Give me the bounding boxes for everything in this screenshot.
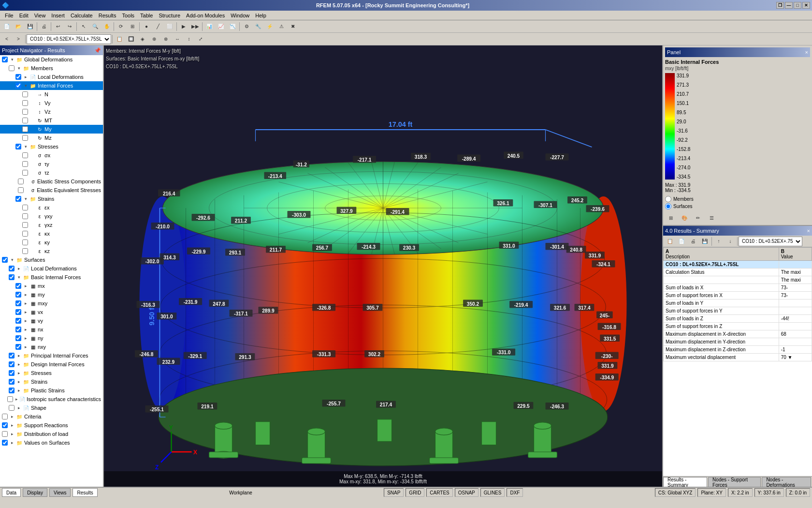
open-btn[interactable]: 📂: [13, 21, 24, 32]
check-support reactions[interactable]: [2, 422, 8, 428]
result-row-5[interactable]: Sum of loads in Y: [664, 299, 812, 307]
tb-a[interactable]: 📋: [114, 34, 125, 45]
tree-item-stresses[interactable]: ▸📁Stresses: [0, 369, 103, 377]
tree-item-basic-internal-forces[interactable]: ▾📁Basic Internal Forces: [0, 273, 103, 282]
check-ny[interactable]: [15, 335, 21, 341]
check-vx[interactable]: [15, 309, 21, 315]
results-close[interactable]: ×: [807, 228, 810, 234]
menu-results[interactable]: Results: [96, 12, 119, 19]
tree-item-nxy[interactable]: ▸▦nxy: [0, 343, 103, 351]
tb-b[interactable]: 🔲: [126, 34, 136, 45]
result3-btn[interactable]: 📉: [227, 21, 238, 32]
result-tab-nodes---support-forces[interactable]: Nodes - Support Forces: [708, 477, 761, 487]
radio-members-input[interactable]: [665, 196, 671, 202]
undo-btn[interactable]: ↩: [53, 21, 63, 32]
check-elastic equivalent stresses[interactable]: [18, 187, 24, 193]
calc-btn[interactable]: ▶: [178, 21, 189, 32]
tab-results[interactable]: Results: [72, 488, 97, 497]
tree-item-κy[interactable]: εκy: [0, 238, 103, 247]
check-mz[interactable]: [22, 135, 28, 141]
tree-item-vx[interactable]: ▸▦vx: [0, 308, 103, 316]
tree-item-support-reactions[interactable]: ▸📁Support Reactions: [0, 421, 103, 430]
check-global deformations[interactable]: [2, 57, 8, 62]
tree-item-ny[interactable]: ▸▦ny: [0, 334, 103, 343]
check-strains[interactable]: [15, 196, 21, 202]
check-κz[interactable]: [22, 248, 28, 254]
menu-view[interactable]: View: [31, 12, 49, 19]
check-surfaces[interactable]: [2, 257, 8, 263]
result-tab-results---summary[interactable]: Results - Summary: [663, 477, 707, 487]
result-tab-nodes---deformations[interactable]: Nodes - Deformations: [762, 477, 811, 487]
result-row-0[interactable]: CO10 : DL+0.52EX+.75LL+.75SL: [664, 261, 812, 269]
menu-help[interactable]: Help: [252, 12, 269, 19]
t5[interactable]: ✖: [288, 21, 298, 32]
tree-item-surfaces[interactable]: ▾📁Surfaces: [0, 255, 103, 264]
check-elastic stress components[interactable]: [18, 179, 24, 184]
tb-g[interactable]: ↕: [184, 34, 194, 45]
t3[interactable]: ⚡: [264, 21, 275, 32]
menu-table[interactable]: Table: [137, 12, 156, 19]
zoom-btn[interactable]: 🔍: [90, 21, 101, 32]
calc2-btn[interactable]: ▶▶: [190, 21, 201, 32]
result-row-8[interactable]: Sum of support forces in Z: [664, 323, 812, 330]
tree-item-shape[interactable]: ▸📄Shape: [0, 403, 103, 412]
tab-views[interactable]: Views: [49, 488, 71, 497]
status-glines[interactable]: GLINES: [480, 488, 505, 497]
tree-item-τz[interactable]: στz: [0, 168, 103, 177]
t2[interactable]: 🔧: [253, 21, 263, 32]
tree-item-mxy[interactable]: ▸▦mxy: [0, 299, 103, 308]
check-members[interactable]: [9, 65, 14, 71]
results-co-dropdown[interactable]: CO10 : DL+0.52EX+.75: [739, 237, 802, 246]
check-γxy[interactable]: [22, 213, 28, 219]
result-row-9[interactable]: Maximum displacement in X-direction68: [664, 330, 812, 338]
tb-d[interactable]: ⊕: [149, 34, 160, 45]
menu-window[interactable]: Window: [228, 12, 252, 19]
tree-item-σx[interactable]: σσx: [0, 151, 103, 160]
panel-close[interactable]: ×: [805, 49, 808, 55]
restore-down-btn[interactable]: ❐: [776, 2, 784, 9]
legend-icon1[interactable]: ⊞: [666, 212, 676, 223]
tree-item-plastic-strains[interactable]: ▸📁Plastic Strains: [0, 386, 103, 395]
nav-pin[interactable]: 📌: [94, 47, 101, 54]
check-local deformations[interactable]: [9, 266, 14, 271]
menu-calculate[interactable]: Calculate: [68, 12, 96, 19]
results-table-container[interactable]: ADescription BValue CO10 : DL+0.52EX+.75…: [663, 247, 812, 476]
tb-h[interactable]: ⤢: [195, 34, 206, 45]
tree-item-κz[interactable]: εκz: [0, 247, 103, 255]
tree-item-global-deformations[interactable]: ▾📁Global Deformations: [0, 55, 103, 64]
result-btn[interactable]: 📊: [204, 21, 215, 32]
check-my[interactable]: [22, 126, 28, 132]
rt3[interactable]: 🖨: [688, 236, 698, 247]
nav-next-btn[interactable]: >: [13, 34, 24, 45]
tree-item-stresses[interactable]: ▾📁Stresses: [0, 142, 103, 151]
tree-item-vz[interactable]: ↕Vz: [0, 107, 103, 116]
check-distribution of load[interactable]: [2, 431, 8, 437]
status-dxf[interactable]: DXF: [507, 488, 523, 497]
tree-item-vy[interactable]: ▸▦vy: [0, 316, 103, 325]
check-σx[interactable]: [22, 152, 28, 158]
select-btn[interactable]: ↖: [78, 21, 89, 32]
legend-icon3[interactable]: ✏: [693, 212, 703, 223]
check-vy[interactable]: [22, 100, 28, 106]
tree-item-mt[interactable]: ↻MT: [0, 116, 103, 125]
tree-item-mz[interactable]: ↻Mz: [0, 134, 103, 142]
tree-item-n[interactable]: →N: [0, 90, 103, 99]
status-snap[interactable]: SNAP: [384, 488, 404, 497]
check-local deformations[interactable]: [15, 74, 21, 80]
check-γxz[interactable]: [22, 222, 28, 228]
tree-item-γxy[interactable]: εγxy: [0, 212, 103, 221]
check-n[interactable]: [22, 91, 28, 97]
tab-display[interactable]: Display: [23, 488, 47, 497]
rt2[interactable]: 📄: [676, 236, 687, 247]
check-κx[interactable]: [22, 231, 28, 237]
tb-f[interactable]: ↔: [172, 34, 183, 45]
tree-item-elastic-equivalent-stresses[interactable]: σElastic Equivalent Stresses: [0, 186, 103, 194]
tree-item-members[interactable]: ▾📁Members: [0, 64, 103, 73]
minimize-btn[interactable]: —: [785, 2, 793, 9]
tb-e[interactable]: ⊗: [160, 34, 171, 45]
result-row-3[interactable]: Sum of loads in X73-: [664, 284, 812, 292]
tree-item-local-deformations[interactable]: ▸📄Local Deformations: [0, 264, 103, 273]
pan-btn[interactable]: ✋: [102, 21, 112, 32]
status-grid[interactable]: GRID: [406, 488, 424, 497]
tree-item-strains[interactable]: ▸📁Strains: [0, 377, 103, 386]
